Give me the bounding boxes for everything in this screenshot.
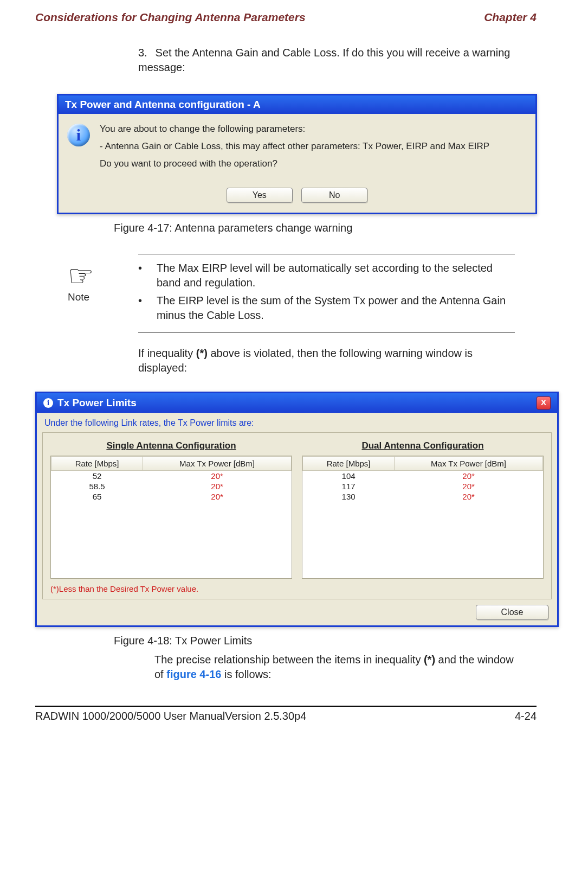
dialog1-line3: Do you want to proceed with the operatio… [100,158,489,169]
power-cell: 20* [143,471,292,482]
yes-button[interactable]: Yes [227,188,293,203]
rate-cell: 52 [51,471,143,482]
dual-config-table: Rate [Mbps] Max Tx Power [dBm] 104 20* 1… [302,456,544,579]
note-label: Note [68,291,138,303]
power-cell: 20* [395,481,543,491]
after-note-pre: If inequality [138,347,196,359]
col-rate-header: Rate [Mbps] [51,457,143,471]
table-row: 117 20* [303,481,543,491]
table-row: 52 20* [51,471,292,482]
close-button[interactable]: Close [476,605,548,620]
table-row: 58.5 20* [51,481,292,491]
rate-cell: 130 [303,491,395,502]
after-note-paragraph: If inequality (*) above is violated, the… [138,346,515,375]
rate-cell: 104 [303,471,395,482]
footnote: (*)Less than the Desired Tx Power value. [50,584,544,593]
chapter-label: Chapter 4 [484,11,537,24]
para-star: (*) [424,654,435,666]
figure-4-18-caption: Figure 4-18: Tx Power Limits [114,635,537,647]
footer-right: 4-24 [515,710,537,722]
pointing-hand-icon: ☞ [68,261,138,290]
footer-left: RADWIN 1000/2000/5000 User ManualVersion… [35,710,306,722]
figure-4-16-link[interactable]: figure 4-16 [166,668,221,680]
info-icon: i [43,398,53,408]
para-pre: The precise relationship between the ite… [154,654,424,666]
table-row: 65 20* [51,491,292,502]
dialog1-line1: You are about to change the following pa… [100,124,489,135]
col-power-header: Max Tx Power [dBm] [395,457,543,471]
power-cell: 20* [395,491,543,502]
note-item-text: The Max EIRP level will be automatically… [157,261,515,290]
figure-4-17-caption: Figure 4-17: Antenna parameters change w… [114,222,537,234]
after-note-star: (*) [196,347,208,359]
col-rate-header: Rate [Mbps] [303,457,395,471]
section-title: Considerations for Changing Antenna Para… [35,11,306,24]
table-row: 130 20* [303,491,543,502]
close-icon[interactable]: X [537,396,551,410]
dialog2-subhead: Under the following Link rates, the Tx P… [44,418,550,428]
note-item: • The Max EIRP level will be automatical… [138,261,515,290]
dialog2-title: Tx Power Limits [57,397,137,409]
relationship-paragraph: The precise relationship between the ite… [154,652,515,682]
rate-cell: 65 [51,491,143,502]
no-button[interactable]: No [301,188,367,203]
power-cell: 20* [143,481,292,491]
antenna-change-dialog: Tx Power and Antenna configuration - A i… [57,94,537,214]
note-block: ☞ Note • The Max EIRP level will be auto… [68,254,515,333]
note-item: • The EIRP level is the sum of the Syste… [138,293,515,323]
tx-power-limits-dialog: i Tx Power Limits X Under the following … [35,392,559,627]
power-cell: 20* [395,471,543,482]
power-cell: 20* [143,491,292,502]
step-text: Set the Antenna Gain and Cable Loss. If … [138,47,510,73]
single-config-table: Rate [Mbps] Max Tx Power [dBm] 52 20* 58… [50,456,292,579]
dialog1-line2: - Antenna Gain or Cable Loss, this may a… [100,141,489,152]
step-number: 3. [138,46,152,60]
dual-config-title: Dual Antenna Configuration [302,440,544,451]
single-config-title: Single Antenna Configuration [50,440,292,451]
note-item-text: The EIRP level is the sum of the System … [157,293,515,323]
para-post: is follows: [221,668,271,680]
rate-cell: 117 [303,481,395,491]
dialog1-titlebar: Tx Power and Antenna configuration - A [59,95,535,114]
rate-cell: 58.5 [51,481,143,491]
table-row: 104 20* [303,471,543,482]
info-icon: i [67,124,90,146]
step-3: 3. Set the Antenna Gain and Cable Loss. … [138,46,537,75]
col-power-header: Max Tx Power [dBm] [143,457,292,471]
